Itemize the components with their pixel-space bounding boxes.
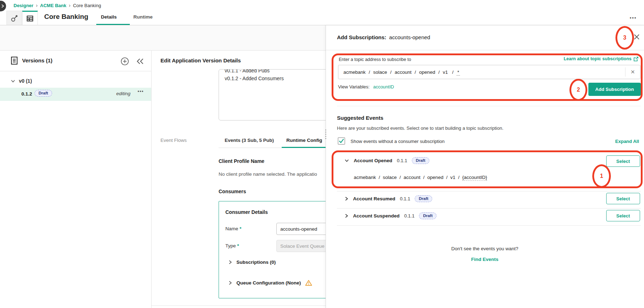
select-event-button-account-opened[interactable]: Select (606, 155, 640, 167)
suggested-events-heading: Suggested Events (337, 115, 383, 121)
chevron-right-icon[interactable] (344, 214, 348, 218)
chevron-right-icon (228, 281, 232, 285)
version-notes-textarea[interactable]: v0.1.1 - Added Pubs v0.1.2 - Added Consu… (219, 69, 333, 120)
consumer-type-input[interactable] (276, 240, 330, 252)
find-events-link[interactable]: Find Events (326, 257, 644, 262)
tab-events[interactable]: Events (3 Sub, 5 Pub) (225, 138, 274, 143)
view-variables-label: View Variables: (338, 84, 369, 89)
event-name: Account Opened (354, 158, 392, 163)
list-view-tab[interactable] (22, 11, 38, 25)
mid-bottom-divider (152, 306, 326, 306)
table-view-icon (26, 15, 34, 22)
event-name: Account Resumed (353, 196, 395, 201)
tab-runtime-config[interactable]: Runtime Config (286, 138, 322, 143)
event-divider (337, 191, 641, 191)
chevron-right-icon (228, 260, 232, 265)
panel-title: Add Subscriptions: (337, 34, 386, 40)
required-marker: * (240, 226, 241, 231)
panel-header-divider (326, 50, 644, 50)
more-options-menu[interactable]: ••• (630, 15, 637, 20)
topic-address-input[interactable]: acmebank / solace / account / opened / v… (338, 65, 640, 79)
select-event-button-account-resumed[interactable]: Select (606, 193, 640, 204)
breadcrumb-separator-icon: › (36, 3, 38, 8)
event-draft-badge: Draft (419, 212, 436, 219)
version-row-menu[interactable]: ••• (138, 89, 144, 94)
topic-section-divider (337, 106, 641, 106)
version-group-v0[interactable]: v0 (1) (11, 78, 32, 84)
tab-runtime[interactable]: Runtime (133, 14, 153, 20)
required-marker: * (237, 243, 239, 248)
version-draft-badge: Draft (35, 90, 52, 97)
expand-all-link[interactable]: Expand All (615, 139, 639, 144)
panel-header: Add Subscriptions: accounts-opened (337, 34, 430, 40)
versions-list-icon (11, 56, 18, 65)
event-row-account-resumed[interactable]: Account Resumed 0.1.1 Draft (344, 195, 432, 202)
consumer-name-label: Name * (225, 226, 241, 231)
client-profile-heading: Client Profile Name (219, 158, 264, 164)
subscriptions-expander[interactable]: Subscriptions (0) (228, 260, 276, 265)
application-details-row[interactable]: Application Details: Solace (0, 25, 326, 51)
close-panel-icon[interactable] (633, 34, 640, 40)
breadcrumb-separator-icon: › (69, 3, 71, 8)
breadcrumb-acme-bank[interactable]: ACME Bank (40, 3, 66, 8)
consumer-type-label: Type * (225, 243, 239, 248)
add-version-button[interactable] (121, 57, 129, 66)
consumer-details-title: Consumer Details (225, 209, 268, 215)
panel-subject: accounts-opened (389, 34, 430, 40)
event-divider (337, 225, 641, 226)
version-group-label: v0 (1) (19, 78, 32, 84)
event-divider (337, 208, 641, 209)
event-topic-address: acmebank / solace / account / opened / v… (354, 175, 487, 180)
panel-resize-handle[interactable] (324, 127, 328, 141)
tab-runtime-config-underline (282, 147, 333, 148)
event-name: Account Suspended (353, 213, 400, 219)
tab-event-flows[interactable]: Event Flows (160, 138, 187, 143)
event-version: 0.1.1 (397, 158, 407, 163)
variable-accountid-link[interactable]: accountID (373, 84, 394, 89)
breadcrumb-core-banking: Core Banking (73, 3, 101, 8)
add-subscription-button[interactable]: Add Subscription (588, 83, 641, 96)
version-editing-status: editing (116, 91, 131, 96)
chevron-down-icon (11, 79, 15, 83)
edit-version-title: Edit Application Version Details (160, 57, 241, 63)
breadcrumb-designer[interactable]: Designer (14, 3, 34, 8)
queue-config-expander[interactable]: Queue Configuration (None) (228, 280, 312, 286)
event-version: 0.1.1 (400, 196, 410, 201)
learn-topic-subscriptions-link[interactable]: Learn about topic subscriptions (564, 56, 638, 61)
solace-designer-screen: Designer › ACME Bank › Core Banking Core… (0, 0, 644, 308)
clear-topic-icon[interactable]: ✕ (625, 67, 640, 77)
collapse-nav-button[interactable] (0, 1, 6, 11)
event-draft-badge: Draft (412, 157, 429, 164)
consumers-heading: Consumers (219, 189, 246, 194)
topic-address-label: Enter a topic address to subscribe to (339, 57, 411, 62)
events-footer-question: Don't see the events you want? (326, 246, 644, 251)
show-events-checkbox-label: Show events without a consumer subscript… (351, 139, 445, 144)
collapse-sidebar-button[interactable] (136, 58, 144, 65)
versions-title: Versions (1) (22, 57, 52, 63)
graph-view-icon (10, 14, 18, 22)
consumer-name-input[interactable] (276, 223, 330, 235)
page-title: Core Banking (44, 13, 88, 21)
chevron-right-icon[interactable] (344, 196, 348, 201)
queue-config-expander-label: Queue Configuration (None) (236, 280, 301, 286)
version-note-line: v0.1.2 - Added Consumers (225, 75, 327, 82)
tab-details[interactable]: Details (101, 14, 117, 20)
chevron-down-icon[interactable] (344, 159, 349, 162)
event-row-account-opened[interactable]: Account Opened 0.1.1 Draft (344, 157, 429, 164)
event-version: 0.1.1 (404, 213, 415, 219)
warning-icon (305, 280, 312, 286)
checkmark-icon (338, 138, 344, 145)
version-number: 0.1.2 (21, 91, 32, 97)
event-draft-badge: Draft (415, 195, 432, 202)
suggested-events-description: Here are your subscribed events. Select … (337, 125, 504, 131)
show-events-checkbox[interactable] (338, 137, 345, 145)
subscriptions-expander-label: Subscriptions (0) (236, 260, 276, 265)
select-event-button-account-suspended[interactable]: Select (606, 210, 640, 221)
graph-view-tab[interactable] (6, 11, 22, 25)
event-topic-variable: {accountID} (462, 175, 487, 181)
event-row-account-suspended[interactable]: Account Suspended 0.1.1 Draft (344, 212, 436, 219)
topic-wildcard-segment: * (456, 70, 460, 76)
topic-address-value: acmebank / solace / account / opened / v… (338, 70, 625, 75)
breadcrumb: Designer › ACME Bank › Core Banking (14, 3, 101, 8)
version-note-line: v0.1.1 - Added Pubs (225, 69, 327, 75)
